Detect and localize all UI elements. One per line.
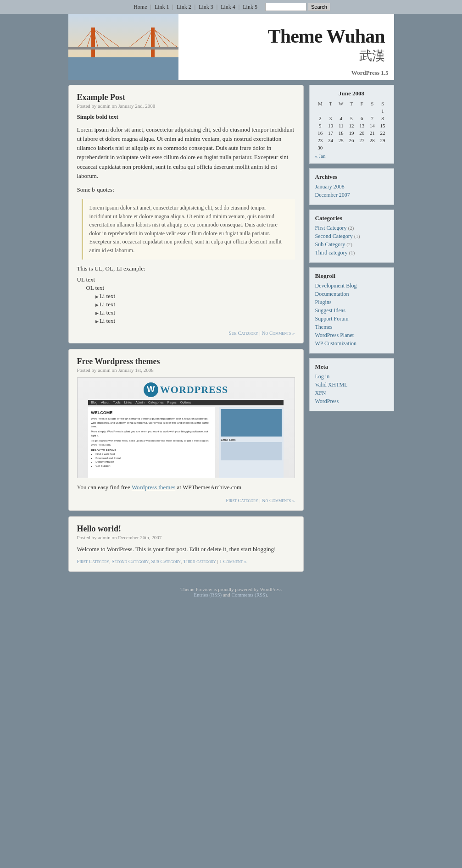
archives-list: January 2008 December 2007 bbox=[315, 183, 388, 199]
list-item: XFN bbox=[315, 390, 388, 397]
category-first-link[interactable]: First Category bbox=[315, 225, 347, 231]
cal-cell: 25 bbox=[336, 137, 346, 144]
wp-main-column: WELCOME WordPress is a state-of-the-art … bbox=[88, 407, 215, 478]
list-item: Valid XHTML bbox=[315, 381, 388, 388]
nav-home[interactable]: Home bbox=[134, 4, 147, 10]
blogroll-plugins[interactable]: Plugins bbox=[315, 299, 332, 305]
category-second-link[interactable]: Second Category bbox=[315, 233, 353, 239]
content-area: Example Post Posted by admin on January … bbox=[68, 85, 304, 577]
prev-month-link[interactable]: « Jan bbox=[315, 153, 326, 159]
search-button[interactable]: Search bbox=[308, 3, 330, 11]
comments-link[interactable]: 1 Comment » bbox=[219, 558, 246, 564]
cal-cell: 13 bbox=[356, 122, 367, 129]
list-item: WordPress bbox=[315, 398, 388, 405]
cal-cell: 6 bbox=[356, 115, 367, 122]
category-second[interactable]: Second Category bbox=[111, 558, 149, 564]
cal-cell: 4 bbox=[336, 115, 346, 122]
cal-cell: 26 bbox=[346, 137, 357, 144]
ol-text: OL text bbox=[86, 284, 295, 292]
meta-xfn[interactable]: XFN bbox=[315, 390, 326, 396]
wp-side-column: Email Stats bbox=[219, 407, 284, 478]
nav-link2[interactable]: Link 2 bbox=[177, 4, 191, 10]
cal-cell bbox=[378, 144, 388, 151]
cal-cell: 10 bbox=[325, 122, 336, 129]
bridge-illustration bbox=[68, 14, 178, 80]
post-example: Example Post Posted by admin on January … bbox=[68, 85, 304, 343]
blogroll-suggest[interactable]: Suggest Ideas bbox=[315, 307, 345, 314]
rss-entries-link[interactable]: Entries (RSS) bbox=[194, 592, 222, 597]
list-item: Li text bbox=[95, 317, 295, 325]
cal-cell: 2 bbox=[315, 115, 326, 122]
cal-cell: 9 bbox=[315, 122, 326, 129]
post-body: Lorem ipsum dolor sit amet, consectetur … bbox=[77, 125, 295, 325]
category-sub[interactable]: Sub Category bbox=[151, 558, 181, 564]
post-category-link[interactable]: Sub Category bbox=[229, 330, 258, 336]
list-item: Sub Category (2) bbox=[315, 241, 388, 248]
nav-link4[interactable]: Link 4 bbox=[221, 4, 235, 10]
post-comments-link[interactable]: No Comments » bbox=[262, 498, 295, 503]
list-section: UL text OL text Li text Li text Li text … bbox=[77, 276, 295, 325]
search-input[interactable] bbox=[265, 3, 306, 11]
cal-cell: 23 bbox=[315, 137, 326, 144]
calendar-table: M T W T F S S bbox=[315, 100, 388, 151]
header-title: Theme Wuhan 武漢 bbox=[268, 25, 385, 65]
categories-widget: Categories First Category (2) Second Cat… bbox=[309, 210, 394, 263]
blogroll-wpcust[interactable]: WP Customization bbox=[315, 340, 357, 347]
wordpress-themes-link[interactable]: Wordpress themes bbox=[132, 484, 175, 491]
category-first[interactable]: First Category bbox=[77, 558, 109, 564]
nav-link1[interactable]: Link 1 bbox=[155, 4, 169, 10]
list-item: Plugins bbox=[315, 299, 388, 306]
archives-title: Archives bbox=[315, 173, 388, 181]
site-footer: Theme Preview is proudly powered by Word… bbox=[68, 582, 394, 607]
site-title: Theme Wuhan bbox=[268, 25, 385, 47]
blogroll-themes[interactable]: Themes bbox=[315, 324, 333, 330]
cal-header: S bbox=[378, 100, 388, 107]
meta-wordpress[interactable]: WordPress bbox=[315, 398, 339, 404]
list-item: December 2007 bbox=[315, 192, 388, 199]
site-subtitle: WordPress 1.5 bbox=[351, 69, 389, 77]
footer-period: . bbox=[267, 592, 268, 597]
category-count: (2) bbox=[346, 242, 352, 247]
cal-cell bbox=[367, 107, 378, 115]
post-comments-link[interactable]: No Comments » bbox=[262, 330, 295, 336]
category-third-link[interactable]: Third category bbox=[315, 249, 348, 256]
cal-cell bbox=[346, 144, 357, 151]
cal-cell: 21 bbox=[367, 129, 378, 137]
archive-jan2008[interactable]: January 2008 bbox=[315, 183, 345, 190]
post-title: Hello world! bbox=[77, 524, 295, 534]
list-item: First Category (2) bbox=[315, 225, 388, 232]
blogroll-docs[interactable]: Documentation bbox=[315, 291, 349, 297]
nav-link5[interactable]: Link 5 bbox=[243, 4, 257, 10]
meta-xhtml[interactable]: Valid XHTML bbox=[315, 381, 348, 388]
cal-cell: 22 bbox=[378, 129, 388, 137]
meta-login[interactable]: Log in bbox=[315, 373, 330, 380]
calendar-nav: « Jan bbox=[315, 153, 388, 159]
list-item: January 2008 bbox=[315, 183, 388, 190]
category-third[interactable]: Third category bbox=[183, 558, 216, 564]
nav-link3[interactable]: Link 3 bbox=[199, 4, 213, 10]
cal-cell: 8 bbox=[378, 115, 388, 122]
list-item: Support Forum bbox=[315, 315, 388, 322]
blogroll-planet[interactable]: WordPress Planet bbox=[315, 332, 354, 338]
post-category-link[interactable]: First Category bbox=[226, 498, 258, 503]
site-title-chinese: 武漢 bbox=[268, 47, 385, 65]
post-footer: First Category, Second Category, Sub Cat… bbox=[77, 558, 295, 564]
cal-cell bbox=[336, 144, 346, 151]
cal-cell: 1 bbox=[378, 107, 388, 115]
archives-widget: Archives January 2008 December 2007 bbox=[309, 168, 394, 205]
archive-dec2007[interactable]: December 2007 bbox=[315, 192, 350, 198]
post-blockquote: Lorem ipsum dolor sit amet, consectetur … bbox=[82, 199, 295, 260]
category-sub-link[interactable]: Sub Category bbox=[315, 241, 345, 248]
post-wordpress-themes: Free Wordpress themes Posted by admin on… bbox=[68, 349, 304, 511]
rss-comments-link[interactable]: Comments (RSS) bbox=[232, 592, 267, 597]
post-bold-heading: Simple bold text bbox=[77, 113, 295, 121]
blogroll-support[interactable]: Support Forum bbox=[315, 315, 349, 322]
cal-cell: 3 bbox=[325, 115, 336, 122]
blogroll-dev[interactable]: Development Blog bbox=[315, 282, 357, 289]
cal-cell: 15 bbox=[378, 122, 388, 129]
bquotes-label: Some b-quotes: bbox=[77, 185, 295, 194]
meta-widget: Meta Log in Valid XHTML XFN WordPress bbox=[309, 358, 394, 411]
blogroll-list: Development Blog Documentation Plugins S… bbox=[315, 282, 388, 347]
cal-cell: 17 bbox=[325, 129, 336, 137]
cal-cell bbox=[336, 107, 346, 115]
